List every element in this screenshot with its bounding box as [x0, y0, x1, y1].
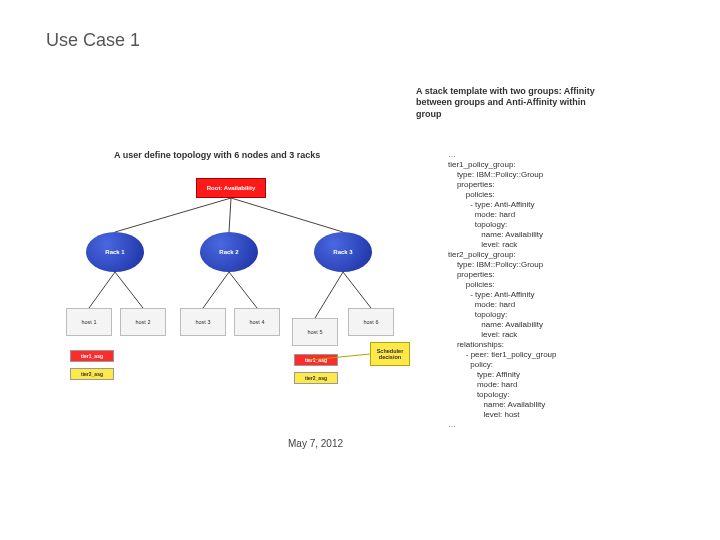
- svg-line-5: [203, 272, 229, 308]
- tier2-asg-left: tier2_asg: [70, 368, 114, 380]
- host-node-4: host 4: [234, 308, 280, 336]
- host-node-1: host 1: [66, 308, 112, 336]
- svg-line-0: [115, 198, 231, 232]
- host-node-3: host 3: [180, 308, 226, 336]
- rack-node-2: Rack 2: [200, 232, 258, 272]
- rack-node-3: Rack 3: [314, 232, 372, 272]
- tier1-asg-right: tier1_asg: [294, 354, 338, 366]
- yaml-template: … tier1_policy_group: type: IBM::Policy:…: [448, 150, 678, 430]
- svg-line-3: [89, 272, 115, 308]
- scheduler-decision-label: Scheduler decision: [370, 342, 410, 366]
- svg-line-1: [229, 198, 231, 232]
- rack-node-1: Rack 1: [86, 232, 144, 272]
- slide-date: May 7, 2012: [288, 438, 343, 449]
- topology-caption: A user define topology with 6 nodes and …: [114, 150, 320, 160]
- tier1-asg-left: tier1_asg: [70, 350, 114, 362]
- template-description: A stack template with two groups: Affini…: [416, 86, 596, 120]
- host-node-5: host 5: [292, 318, 338, 346]
- host-node-6: host 6: [348, 308, 394, 336]
- svg-line-8: [343, 272, 371, 308]
- svg-line-6: [229, 272, 257, 308]
- topology-diagram: Root: Availability Rack 1 Rack 2 Rack 3 …: [64, 170, 394, 410]
- tier2-asg-right: tier2_asg: [294, 372, 338, 384]
- host-node-2: host 2: [120, 308, 166, 336]
- svg-line-2: [231, 198, 343, 232]
- svg-line-7: [315, 272, 343, 318]
- root-node: Root: Availability: [196, 178, 266, 198]
- slide-title: Use Case 1: [46, 30, 140, 51]
- svg-line-4: [115, 272, 143, 308]
